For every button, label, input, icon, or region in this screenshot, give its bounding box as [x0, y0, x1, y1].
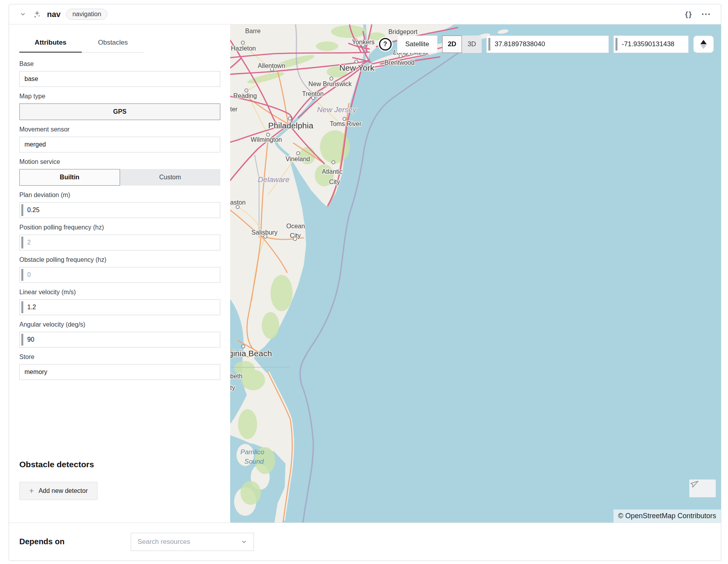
- field-plan-deviation: Plan deviation (m): [19, 192, 220, 218]
- map-canvas[interactable]: BarreHazletonAllentownYonkersNew YorkBri…: [230, 24, 721, 523]
- map-container[interactable]: BarreHazletonAllentownYonkersNew YorkBri…: [230, 24, 721, 523]
- field-base: Base: [19, 60, 220, 87]
- motion-service-custom-option[interactable]: Custom: [120, 169, 221, 186]
- position-polling-label: Position polling frequency (hz): [19, 224, 220, 231]
- overflow-menu-button[interactable]: [700, 11, 711, 17]
- mode-3d-button[interactable]: 3D: [462, 36, 482, 53]
- nav-service-card: nav navigation {} Attributes Obstacles B…: [9, 4, 721, 561]
- map-place-label: New Brunswick: [308, 81, 352, 87]
- store-input[interactable]: [20, 365, 220, 380]
- field-linear-velocity: Linear velocity (m/s): [19, 289, 220, 315]
- map-place-label: Barre: [245, 28, 261, 34]
- map-place-label: Hazleton: [231, 45, 256, 52]
- map-place-label: beth: [230, 373, 242, 380]
- movement-sensor-label: Movement sensor: [19, 126, 220, 133]
- map-controls: ? Satellite 2D 3D: [379, 36, 714, 53]
- map-place-label: ty: [230, 384, 235, 391]
- angular-velocity-label: Angular velocity (deg/s): [19, 321, 220, 328]
- depends-on-select[interactable]: Search resources: [131, 533, 254, 551]
- map-place-label: Toms River: [330, 120, 362, 127]
- motion-service-builtin-option[interactable]: Builtin: [19, 169, 120, 186]
- linear-velocity-label: Linear velocity (m/s): [19, 289, 220, 296]
- base-input[interactable]: [20, 71, 220, 86]
- angular-velocity-input[interactable]: [20, 332, 220, 347]
- stepper-down-icon[interactable]: [700, 45, 707, 49]
- chevron-down-icon: [241, 539, 247, 545]
- satellite-toggle-button[interactable]: Satellite: [397, 36, 437, 53]
- map-place-label: Bridgeport: [388, 28, 418, 35]
- help-icon[interactable]: ?: [379, 38, 392, 51]
- obstacle-polling-input[interactable]: [20, 267, 220, 282]
- map-place-label: City: [329, 179, 340, 185]
- map-place-label: City: [290, 232, 301, 239]
- add-new-detector-button[interactable]: + Add new detector: [19, 482, 98, 500]
- map-dimension-segmented: 2D 3D: [442, 36, 482, 53]
- modified-value-bar: [21, 237, 23, 248]
- collapse-chevron-icon[interactable]: [19, 10, 27, 19]
- map-place-label: Salisbury: [251, 229, 278, 236]
- longitude-input[interactable]: [614, 40, 688, 48]
- service-sparkle-icon: [33, 10, 41, 19]
- depends-on-placeholder: Search resources: [137, 538, 241, 546]
- position-polling-input[interactable]: [20, 235, 220, 250]
- city-dot: [236, 205, 239, 209]
- card-body: Attributes Obstacles Base Map type GPS M…: [9, 24, 721, 523]
- plus-icon: +: [29, 487, 34, 496]
- motion-service-segmented: Builtin Custom: [19, 169, 220, 186]
- recenter-button[interactable]: [689, 479, 716, 497]
- map-place-label: Sound: [244, 458, 264, 465]
- plan-deviation-input[interactable]: [20, 203, 220, 218]
- city-dot: [241, 41, 244, 44]
- modified-value-bar: [21, 204, 23, 216]
- field-obstacle-polling: Obstacle polling frequency (hz): [19, 256, 220, 283]
- latitude-field: [486, 36, 609, 53]
- map-type-label: Map type: [19, 93, 220, 100]
- motion-service-label: Motion service: [19, 158, 220, 165]
- map-place-label: Atlantic: [322, 168, 343, 175]
- mode-2d-button[interactable]: 2D: [442, 36, 462, 53]
- map-place-label: Yonkers: [352, 39, 374, 45]
- panel-tabs: Attributes Obstacles: [19, 35, 220, 53]
- navigation-arrow-icon: [689, 479, 699, 489]
- stepper-up-icon[interactable]: [700, 40, 707, 44]
- field-motion-service: Motion service Builtin Custom: [19, 158, 220, 186]
- map-place-label: Pamlico: [240, 448, 265, 456]
- modified-value-bar: [21, 269, 23, 281]
- city-dot: [242, 345, 245, 348]
- map-place-label: Philadelphia: [268, 121, 313, 130]
- map-place-label: ter: [230, 106, 238, 113]
- latitude-input[interactable]: [487, 40, 608, 48]
- depends-on-heading: Depends on: [19, 537, 64, 546]
- base-label: Base: [19, 60, 220, 68]
- movement-sensor-input[interactable]: [20, 137, 220, 152]
- store-label: Store: [19, 353, 220, 361]
- map-place-label: Reading: [233, 92, 257, 99]
- modified-value-bar: [615, 38, 617, 51]
- resource-name: nav: [47, 10, 60, 19]
- json-mode-button[interactable]: {}: [683, 9, 695, 19]
- add-new-detector-label: Add new detector: [39, 487, 88, 494]
- map-place-label: Delaware: [258, 175, 289, 184]
- field-angular-velocity: Angular velocity (deg/s): [19, 321, 220, 348]
- map-type-gps-button[interactable]: GPS: [19, 103, 220, 120]
- city-dot: [288, 117, 291, 120]
- city-dot: [343, 117, 346, 120]
- map-attribution[interactable]: © OpenStreetMap Contributors: [614, 509, 721, 523]
- tab-attributes[interactable]: Attributes: [19, 35, 82, 53]
- city-dot: [355, 60, 358, 63]
- map-place-label: New York: [339, 63, 374, 72]
- city-dot: [332, 161, 335, 164]
- map-place-label: ginia Beach: [230, 349, 272, 358]
- modified-value-bar: [21, 301, 23, 313]
- obstacle-detectors-heading: Obstacle detectors: [19, 460, 220, 469]
- tab-obstacles[interactable]: Obstacles: [82, 35, 144, 53]
- zoom-stepper[interactable]: [693, 36, 714, 53]
- longitude-field: [614, 36, 689, 53]
- linear-velocity-input[interactable]: [20, 300, 220, 315]
- map-place-label: Ocean: [286, 223, 305, 229]
- map-place-label: Allentown: [258, 62, 285, 69]
- field-position-polling: Position polling frequency (hz): [19, 224, 220, 250]
- card-header: nav navigation {}: [9, 4, 721, 24]
- resource-type-badge: navigation: [66, 9, 107, 20]
- map-place-label: aston: [230, 199, 246, 206]
